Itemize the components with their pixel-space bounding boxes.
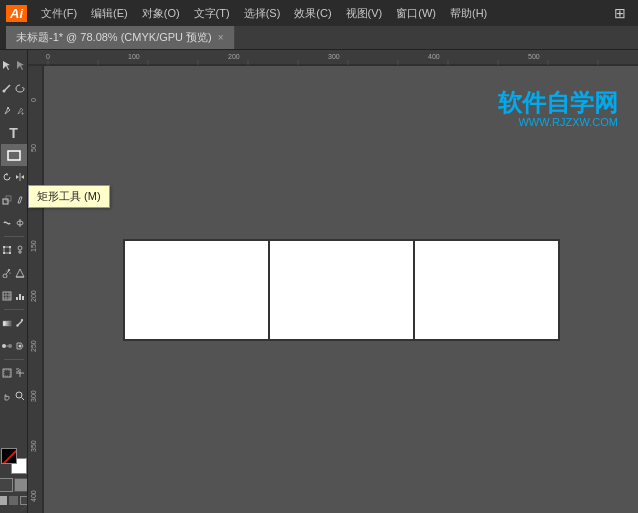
tab-title: 未标题-1* @ 78.08% (CMYK/GPU 预览) [16, 30, 212, 45]
none-mode-icon[interactable] [20, 496, 28, 505]
ai-logo: Ai [6, 5, 27, 22]
svg-text:500: 500 [528, 53, 540, 60]
svg-rect-37 [19, 294, 21, 300]
selection-tool[interactable] [1, 54, 14, 76]
menu-bar: 文件(F) 编辑(E) 对象(O) 文字(T) 选择(S) 效果(C) 视图(V… [35, 4, 608, 23]
svg-marker-0 [3, 61, 10, 70]
color-swatches [0, 446, 28, 509]
artboard-rectangles [123, 239, 560, 341]
svg-text:300: 300 [30, 390, 37, 402]
svg-rect-39 [3, 321, 11, 326]
svg-text:150: 150 [30, 240, 37, 252]
slice-tool[interactable]: S [14, 362, 27, 384]
svg-point-44 [8, 344, 12, 348]
svg-rect-18 [9, 246, 11, 248]
hand-tool[interactable] [1, 385, 14, 407]
svg-point-26 [8, 269, 10, 271]
svg-point-27 [6, 270, 7, 271]
menu-object[interactable]: 对象(O) [136, 4, 186, 23]
blend-tool[interactable] [1, 335, 14, 357]
svg-rect-38 [22, 296, 24, 300]
gradient-tool[interactable] [1, 312, 14, 334]
toolbar-divider-2 [4, 309, 24, 310]
gradient-mode-icon[interactable] [9, 496, 18, 505]
type-tool[interactable]: T [1, 122, 27, 144]
horizontal-ruler: 0 100 200 300 400 500 [28, 50, 638, 66]
svg-rect-6 [8, 151, 20, 160]
svg-point-4 [7, 107, 9, 109]
eyedropper-tool[interactable] [14, 312, 27, 334]
menu-effect[interactable]: 效果(C) [288, 4, 337, 23]
stroke-color-swatch[interactable] [1, 448, 17, 464]
vertical-ruler: 0 50 100 150 200 250 300 350 400 [28, 66, 44, 513]
tab-close-button[interactable]: × [218, 32, 224, 43]
svg-rect-19 [3, 252, 5, 254]
svg-marker-29 [16, 269, 24, 277]
svg-point-21 [18, 246, 22, 250]
tab-bar: 未标题-1* @ 78.08% (CMYK/GPU 预览) × [0, 26, 638, 50]
svg-text:+: + [21, 110, 25, 116]
mesh-tool[interactable] [1, 285, 14, 307]
scale-tool[interactable] [1, 189, 14, 211]
graph-tool[interactable] [14, 285, 27, 307]
svg-point-28 [9, 272, 10, 273]
default-colors-icon[interactable] [14, 478, 28, 492]
svg-rect-31 [3, 292, 11, 300]
svg-text:50: 50 [30, 144, 37, 152]
svg-rect-48 [4, 370, 10, 376]
svg-text:100: 100 [128, 53, 140, 60]
rotate-tool[interactable] [1, 166, 14, 188]
svg-point-46 [19, 345, 22, 348]
warp-tool[interactable] [1, 212, 14, 234]
svg-marker-10 [21, 175, 24, 179]
color-mode-icon[interactable] [0, 496, 7, 505]
toolbar-divider-1 [4, 236, 24, 237]
svg-rect-17 [3, 246, 5, 248]
menu-file[interactable]: 文件(F) [35, 4, 83, 23]
width-tool[interactable] [14, 212, 27, 234]
svg-point-3 [3, 90, 6, 93]
document-canvas[interactable] [44, 66, 638, 513]
svg-marker-13 [18, 197, 22, 203]
svg-rect-42 [21, 319, 23, 321]
rectangle-tool[interactable] [1, 144, 27, 166]
live-paint-tool[interactable] [14, 335, 27, 357]
menu-view[interactable]: 视图(V) [340, 4, 389, 23]
svg-marker-9 [16, 175, 19, 179]
artboard-tool[interactable] [1, 362, 14, 384]
menu-help[interactable]: 帮助(H) [444, 4, 493, 23]
svg-rect-11 [3, 199, 8, 204]
rect-cell-3 [414, 240, 559, 340]
free-transform-tool[interactable] [1, 239, 14, 261]
workspace-switcher-icon[interactable]: ⊞ [608, 3, 632, 23]
direct-selection-tool[interactable] [14, 54, 27, 76]
svg-text:200: 200 [228, 53, 240, 60]
canvas-area[interactable]: 0 100 200 300 400 500 0 50 100 150 200 2… [28, 50, 638, 513]
menu-type[interactable]: 文字(T) [188, 4, 236, 23]
tool-tooltip: 矩形工具 (M) [28, 185, 110, 208]
tab-rest-area [235, 26, 638, 49]
svg-text:0: 0 [30, 98, 37, 102]
swap-colors-icon[interactable] [0, 478, 13, 492]
magic-wand-tool[interactable] [1, 77, 14, 99]
add-anchor-tool[interactable]: + [14, 100, 27, 122]
pen-tool[interactable] [1, 100, 14, 122]
puppet-warp-tool[interactable] [14, 239, 27, 261]
perspective-grid-tool[interactable] [14, 262, 27, 284]
svg-point-41 [16, 324, 18, 326]
menu-edit[interactable]: 编辑(E) [85, 4, 134, 23]
menu-window[interactable]: 窗口(W) [390, 4, 442, 23]
document-tab[interactable]: 未标题-1* @ 78.08% (CMYK/GPU 预览) × [6, 26, 235, 49]
shear-tool[interactable] [14, 189, 27, 211]
lasso-tool[interactable] [14, 77, 27, 99]
svg-text:300: 300 [328, 53, 340, 60]
title-bar: Ai 文件(F) 编辑(E) 对象(O) 文字(T) 选择(S) 效果(C) 视… [0, 0, 638, 26]
zoom-tool[interactable] [14, 385, 27, 407]
svg-line-25 [6, 271, 9, 274]
reflect-tool[interactable] [14, 166, 27, 188]
svg-point-43 [2, 344, 6, 348]
svg-text:0: 0 [46, 53, 50, 60]
svg-text:200: 200 [30, 290, 37, 302]
symbol-sprayer-tool[interactable] [1, 262, 14, 284]
menu-select[interactable]: 选择(S) [238, 4, 287, 23]
